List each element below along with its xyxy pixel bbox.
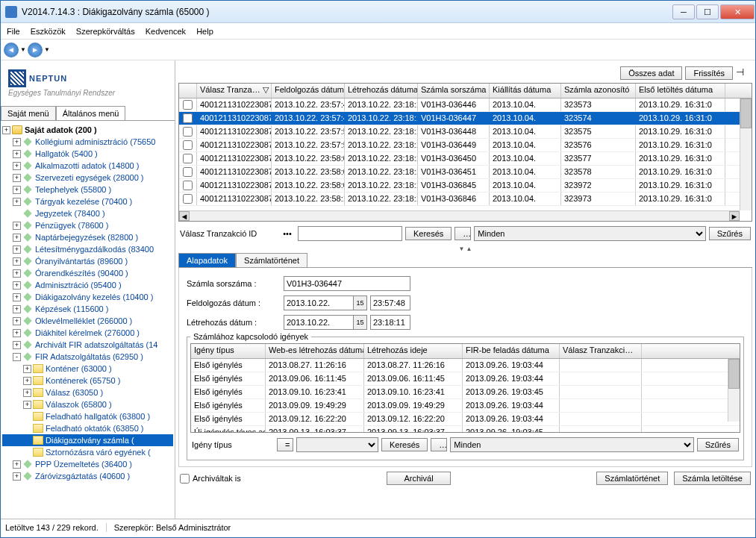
tree-node[interactable]: Jegyzetek (78400 ): [2, 207, 173, 219]
filter2-search-button[interactable]: Keresés: [381, 438, 428, 451]
filter1-select[interactable]: Minden: [474, 226, 705, 241]
tree-node[interactable]: +Tárgyak kezelése (70400 ): [2, 196, 173, 207]
main-grid[interactable]: Válasz Tranza… ▽Feldolgozás dátumaLétreh…: [178, 83, 752, 222]
feld-date-input[interactable]: [284, 295, 354, 310]
filter1-browse-button[interactable]: …: [454, 227, 471, 240]
tree-node[interactable]: +Diákigazolvány kezelés (10400 ): [2, 291, 173, 303]
filter2-eq-button[interactable]: =: [277, 438, 293, 451]
tree-node[interactable]: Feladható oktatók (63850 ): [2, 422, 173, 434]
refresh-button[interactable]: Frissítés: [685, 66, 733, 80]
tab-alapadatok[interactable]: Alapadatok: [178, 253, 236, 267]
letoltes-button[interactable]: Számla letöltése: [674, 472, 751, 485]
tree-node[interactable]: +Záróvizsgáztatás (40600 ): [2, 470, 173, 482]
tree-node[interactable]: Diákigazolvány számla (: [2, 434, 173, 446]
filter1-input[interactable]: [298, 226, 402, 241]
archivaltak-checkbox[interactable]: Archiváltak is: [180, 474, 241, 484]
table-row[interactable]: Első igénylés2013.09.10. 16:23:412013.09…: [191, 386, 740, 399]
table-row[interactable]: Új igénylés téves ad2013.09.13. 16:03:37…: [191, 426, 740, 433]
tree-node[interactable]: +Adminisztráció (95400 ): [2, 279, 173, 291]
tree-node[interactable]: +Saját adatok (200 ): [2, 124, 173, 136]
table-row[interactable]: Első igénylés2013.09.12. 16:22:202013.09…: [191, 413, 740, 426]
grid-vscroll[interactable]: [740, 98, 752, 210]
tab-altalanos[interactable]: Általános menü: [56, 106, 126, 120]
filter2-select[interactable]: Minden: [450, 437, 693, 452]
back-dropdown[interactable]: ▼: [20, 46, 28, 53]
table-row[interactable]: 40012113102230872013.10.22. 23:58:02013.…: [179, 152, 752, 166]
filter1-mask-icon[interactable]: •••: [280, 229, 295, 238]
szamlatortenet-button[interactable]: Számlatörténet: [596, 472, 668, 485]
filter-row-1: Válasz Tranzakció ID ••• Keresés … Minde…: [178, 222, 752, 245]
filter2-type-select[interactable]: [296, 437, 378, 452]
tree-node[interactable]: +Oklevélmelléklet (266000 ): [2, 315, 173, 327]
archival-button[interactable]: Archivál: [387, 472, 450, 485]
table-row[interactable]: 40012113102230872013.10.22. 23:57:42013.…: [179, 98, 752, 112]
menu-tools[interactable]: Eszközök: [31, 27, 66, 36]
tree-node[interactable]: +Hallgatók (5400 ): [2, 148, 173, 160]
all-data-button[interactable]: Összes adat: [620, 66, 682, 80]
tree-node[interactable]: +Képzések (115600 ): [2, 303, 173, 315]
menu-roles[interactable]: Szerepkörváltás: [76, 27, 135, 36]
tree-node[interactable]: -FIR Adatszolgáltatás (62950 ): [2, 351, 173, 363]
calendar-icon[interactable]: 15: [354, 295, 367, 310]
forward-dropdown[interactable]: ▼: [44, 46, 51, 53]
status-role: Szerepkör: Belső Adminisztrátor: [114, 523, 231, 532]
back-button[interactable]: ◄: [4, 43, 19, 57]
table-row[interactable]: 40012113102230872013.10.22. 23:58:02013.…: [179, 179, 752, 193]
table-row[interactable]: 40012113102230872013.10.22. 23:57:52013.…: [179, 125, 752, 139]
filter2-label: Igény típus: [192, 440, 274, 449]
filter1-search-button[interactable]: Keresés: [405, 227, 452, 240]
table-row[interactable]: 40012113102230872013.10.22. 23:58:02013.…: [179, 166, 752, 179]
tree-node[interactable]: +Óranyilvántartás (89600 ): [2, 255, 173, 267]
tree-node[interactable]: +Kollégiumi adminisztráció (75650: [2, 136, 173, 148]
table-row[interactable]: 40012113102230872013.10.22. 23:58:12013.…: [179, 193, 752, 206]
table-row[interactable]: 40012113102230872013.10.22. 23:57:52013.…: [179, 139, 752, 152]
filter1-filter-button[interactable]: Szűrés: [709, 227, 751, 240]
tree-node[interactable]: +Órarendkészítés (90400 ): [2, 267, 173, 279]
table-row[interactable]: Első igénylés2013.08.27. 11:26:162013.08…: [191, 359, 740, 372]
splitter[interactable]: ▼ ▲: [178, 245, 752, 253]
tree-node[interactable]: +PPP Üzemeltetés (36400 ): [2, 458, 173, 470]
bottom-row: Archiváltak is Archivál Számlatörténet S…: [178, 467, 752, 489]
grid-hscroll[interactable]: ◄►: [179, 210, 740, 221]
forward-button[interactable]: ►: [28, 43, 43, 57]
nav-tree[interactable]: +Saját adatok (200 )+Kollégiumi adminisz…: [1, 121, 175, 519]
tab-sajat[interactable]: Saját menü: [1, 106, 56, 120]
window-title: V2014.7.14.3 : Diákigazolvány számla (65…: [22, 7, 672, 17]
filter2-browse-button[interactable]: …: [431, 438, 447, 451]
calendar-icon[interactable]: 15: [354, 315, 367, 330]
sorszam-input[interactable]: [284, 276, 410, 291]
feld-time-input[interactable]: [370, 295, 410, 310]
tree-node[interactable]: +Naptárbejegyzések (82800 ): [2, 231, 173, 243]
table-row[interactable]: Első igénylés2013.09.06. 16:11:452013.09…: [191, 372, 740, 386]
close-button[interactable]: ✕: [720, 4, 755, 19]
table-row[interactable]: Első igénylés2013.09.09. 19:49:292013.09…: [191, 399, 740, 413]
tree-node[interactable]: +Telephelyek (55800 ): [2, 184, 173, 196]
detail-form: Számla sorszáma : Feldolgozás dátum : 15…: [178, 268, 752, 467]
minimize-button[interactable]: ─: [672, 4, 695, 19]
letre-time-input[interactable]: [370, 315, 410, 330]
tree-node[interactable]: +Válasz (63050 ): [2, 387, 173, 398]
table-row[interactable]: 40012113102230872013.10.22. 23:57:42013.…: [179, 112, 752, 125]
tree-node[interactable]: +Szervezeti egységek (28000 ): [2, 172, 173, 184]
sub-grid[interactable]: Igény típusWeb-es létrehozás dátumaLétre…: [190, 343, 740, 433]
tree-node[interactable]: +Archivált FIR adatszolgáltatás (14: [2, 339, 173, 351]
menu-fav[interactable]: Kedvencek: [146, 27, 186, 36]
tree-node[interactable]: +Konténer (63000 ): [2, 363, 173, 375]
tree-node[interactable]: +Válaszok (65800 ): [2, 398, 173, 410]
tab-szamlatortenet[interactable]: Számlatörténet: [236, 253, 307, 267]
menu-help[interactable]: Help: [196, 27, 213, 36]
maximize-button[interactable]: ☐: [696, 4, 719, 19]
tree-node[interactable]: +Konténerek (65750 ): [2, 375, 173, 387]
app-icon: [5, 6, 17, 18]
pin-icon[interactable]: ⊣: [736, 66, 748, 78]
letre-date-input[interactable]: [284, 315, 354, 330]
filter2-filter-button[interactable]: Szűrés: [697, 438, 739, 451]
tree-node[interactable]: +Pénzügyek (78600 ): [2, 219, 173, 231]
menu-file[interactable]: File: [7, 27, 20, 36]
tree-node[interactable]: +Diákhitel kérelmek (276000 ): [2, 327, 173, 339]
tree-node[interactable]: +Létesítménygazdálkodás (83400: [2, 243, 173, 255]
tree-node[interactable]: Sztornózásra váró egyének (: [2, 446, 173, 458]
tree-node[interactable]: +Alkalmazotti adatok (14800 ): [2, 160, 173, 172]
tree-node[interactable]: Feladható hallgatók (63800 ): [2, 410, 173, 422]
subgrid-vscroll[interactable]: [728, 359, 740, 422]
